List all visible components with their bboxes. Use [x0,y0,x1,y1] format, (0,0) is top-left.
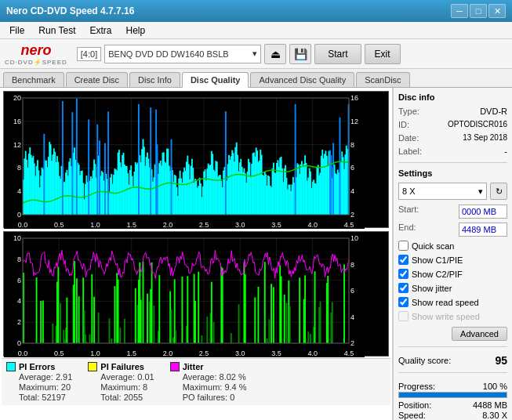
settings-title: Settings [398,168,507,178]
disc-date-value: 13 Sep 2018 [463,133,507,143]
end-label: End: [398,223,416,237]
position-row: Position: 4488 MB [398,400,507,410]
jitter-label: Jitter [183,362,204,371]
menu-bar: File Run Test Extra Help [0,22,512,39]
speed-row: 8 X ▾ ↻ [398,183,507,200]
title-bar-title: Nero CD-DVD Speed 4.7.7.16 [6,5,134,16]
speed-label: Speed: [398,411,426,420]
quality-score-label: Quality score: [398,356,451,365]
progress-row: Progress: 100 % [398,382,507,391]
tab-scan-disc[interactable]: ScanDisc [356,72,409,87]
menu-file[interactable]: File [3,24,31,38]
pi-errors-total: Total: 52197 [6,393,72,402]
disc-id-row: ID: OPTODISCR016 [398,120,507,129]
show-write-speed-row: Show write speed [398,311,507,321]
nero-logo: nero CD·DVD⚡SPEED [5,42,67,66]
disc-type-label: Type: [398,107,419,116]
drive-id-label: [4:0] [77,47,101,61]
jitter-stats: Jitter Average: 8.02 % Maximum: 9.4 % PO… [170,362,247,402]
progress-bar-container [398,392,507,398]
show-c2-pif-row: Show C2/PIF [398,269,507,279]
po-failures: PO failures: 0 [170,393,247,402]
speed-dropdown-icon: ▾ [478,186,483,197]
show-jitter-label: Show jitter [412,284,452,293]
exit-button[interactable]: Exit [365,44,401,64]
start-button[interactable]: Start [314,44,361,64]
tab-advanced-disc-quality[interactable]: Advanced Disc Quality [250,72,354,87]
eject-button[interactable]: ⏏ [264,44,286,64]
divider-1 [398,162,507,163]
maximize-button[interactable]: □ [470,4,487,18]
progress-value: 100 % [483,382,507,391]
app-title: Nero CD-DVD Speed 4.7.7.16 [6,5,134,16]
pi-errors-chart [3,91,389,228]
speed-row: Speed: 8.30 X [398,411,507,420]
disc-label-value: - [504,147,507,156]
tab-disc-info[interactable]: Disc Info [129,72,180,87]
divider-2 [398,346,507,347]
menu-help[interactable]: Help [120,24,152,38]
pi-errors-color [6,362,16,371]
drive-selector[interactable]: BENQ DVD DD DW1640 BSLB ▾ [104,45,261,63]
show-c1-pie-checkbox[interactable] [398,255,409,265]
right-panel: Disc info Type: DVD-R ID: OPTODISCR016 D… [393,88,512,420]
speed-display-value: 8.30 X [482,411,507,420]
progress-section: Progress: 100 % Position: 4488 MB Speed:… [398,382,507,420]
quality-score-row: Quality score: 95 [398,354,507,367]
disc-type-row: Type: DVD-R [398,107,507,116]
title-bar: Nero CD-DVD Speed 4.7.7.16 ─ □ ✕ [0,0,512,22]
tabs-bar: Benchmark Create Disc Disc Info Disc Qua… [0,69,512,88]
minimize-button[interactable]: ─ [451,4,468,18]
pi-failures-color [88,362,97,371]
close-button[interactable]: ✕ [488,4,506,18]
show-read-speed-checkbox[interactable] [398,297,409,307]
show-read-speed-label: Show read speed [412,298,479,307]
start-label: Start: [398,205,419,219]
cd-dvd-speed-text: CD·DVD⚡SPEED [5,59,67,66]
pi-failures-chart [3,231,389,357]
show-write-speed-checkbox [398,311,409,321]
start-input[interactable] [459,205,507,219]
pi-errors-average: Average: 2.91 [6,372,72,382]
tab-disc-quality[interactable]: Disc Quality [182,72,249,88]
nero-brand: nero [20,42,51,59]
disc-label-row: Label: - [398,147,507,156]
disc-id-label: ID: [398,120,409,129]
pi-failures-maximum: Maximum: 8 [88,382,154,392]
speed-selector[interactable]: 8 X ▾ [398,183,487,200]
disc-label-label: Label: [398,147,422,156]
show-jitter-checkbox[interactable] [398,283,409,293]
progress-label: Progress: [398,382,435,391]
end-input[interactable] [459,223,507,237]
disc-date-label: Date: [398,133,419,143]
quality-score-value: 95 [495,354,507,367]
position-label: Position: [398,400,431,410]
pi-failures-total: Total: 2055 [88,393,154,402]
disc-info-title: Disc info [398,92,507,102]
menu-run-test[interactable]: Run Test [32,24,82,38]
show-c2-pif-checkbox[interactable] [398,269,409,279]
end-row: End: [398,223,507,237]
quick-scan-row: Quick scan [398,241,507,251]
main-content: PI Errors Average: 2.91 Maximum: 20 Tota… [0,88,512,420]
speed-value: 8 X [402,186,416,196]
tab-create-disc[interactable]: Create Disc [66,72,128,87]
menu-extra[interactable]: Extra [83,24,118,38]
tab-benchmark[interactable]: Benchmark [3,72,64,87]
show-c1-pie-row: Show C1/PIE [398,255,507,265]
toolbar: nero CD·DVD⚡SPEED [4:0] BENQ DVD DD DW16… [0,39,512,69]
divider-3 [398,372,507,373]
show-c1-pie-label: Show C1/PIE [412,255,463,265]
position-value: 4488 MB [473,400,507,410]
charts-area: PI Errors Average: 2.91 Maximum: 20 Tota… [0,88,393,420]
pi-errors-label: PI Errors [19,362,55,371]
stats-row: PI Errors Average: 2.91 Maximum: 20 Tota… [2,358,390,405]
save-button[interactable]: 💾 [289,44,311,64]
pi-errors-maximum: Maximum: 20 [6,382,72,392]
jitter-color [170,362,180,371]
advanced-button[interactable]: Advanced [452,327,507,341]
jitter-average: Average: 8.02 % [170,372,247,382]
quick-scan-checkbox[interactable] [398,241,409,251]
speed-refresh-button[interactable]: ↻ [490,183,507,200]
progress-bar-fill [399,393,507,397]
